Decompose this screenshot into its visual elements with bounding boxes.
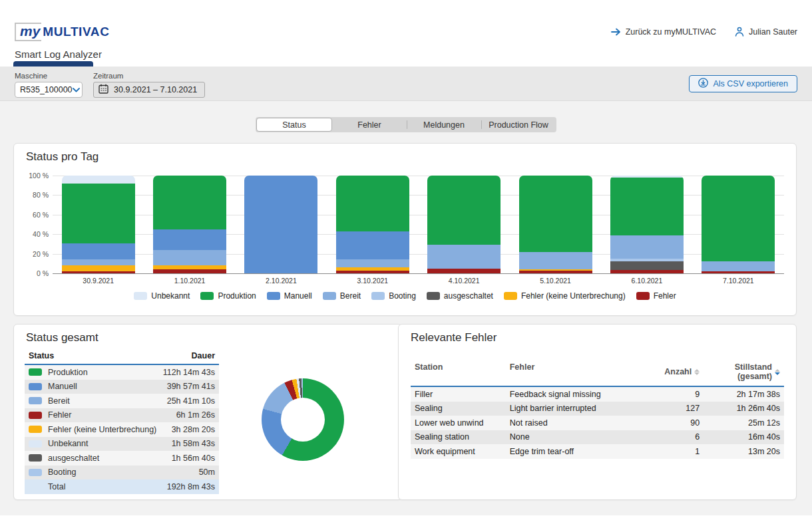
duration-value: 25h 41m 10s: [167, 396, 215, 406]
bar-segment-produktion: [519, 176, 592, 252]
status-color-chip: [29, 412, 42, 419]
x-tick-label: 4.10.2021: [419, 277, 510, 286]
status-color-chip: [29, 454, 42, 462]
legend-item-unbekannt[interactable]: Unbekannt: [134, 291, 190, 301]
stacked-bar[interactable]: [153, 176, 226, 273]
bar-segment-produktion: [336, 176, 409, 231]
bar-slot: [419, 176, 510, 273]
legend-color-chip: [200, 292, 214, 300]
status-label: Manuell: [48, 382, 77, 391]
legend-item-fehler_ku[interactable]: Fehler (keine Unterbrechung): [504, 291, 626, 301]
legend-item-produktion[interactable]: Produktion: [200, 291, 256, 301]
stillstand-cell: 16m 40s: [700, 432, 780, 442]
y-tick-label: 20 %: [33, 250, 49, 258]
tab-production-flow[interactable]: Production Flow: [481, 118, 556, 132]
table-row: Fehler (keine Unterbrechung)3h 28m 20s: [25, 422, 219, 437]
bar-slot: [144, 176, 235, 273]
station-cell: Work equipment: [415, 447, 510, 456]
anzahl-cell: 127: [645, 404, 700, 413]
duration-value: 6h 1m 26s: [176, 410, 215, 420]
station-cell: Sealing station: [415, 432, 510, 442]
tab-fehler[interactable]: Fehler: [332, 118, 407, 132]
status-cell: Produktion: [29, 368, 88, 377]
stacked-bar[interactable]: [427, 176, 501, 273]
user-menu[interactable]: Julian Sauter: [735, 27, 797, 37]
bar-segment-produktion: [62, 184, 135, 243]
table-row: Unbekannt1h 58m 43s: [25, 437, 219, 452]
anzahl-cell: 6: [645, 432, 700, 442]
duration-value: 3h 28m 20s: [172, 425, 215, 434]
column-header-label: Station: [415, 362, 443, 372]
status-cell: Unbekannt: [29, 439, 88, 448]
table-row: FillerFeedback signal missing92h 17m 38s: [411, 387, 784, 402]
table-row: Bereit25h 41m 10s: [25, 394, 219, 408]
stillstand-cell: 2h 17m 38s: [700, 390, 780, 399]
column-header-label: Fehler: [510, 362, 535, 372]
table-row: Lower web unwindNot raised9025m 12s: [411, 416, 784, 430]
bar-segment-manuell: [153, 229, 226, 250]
status-total-table: Status Dauer Produktion112h 14m 43sManue…: [25, 349, 219, 494]
y-tick-label: 40 %: [33, 230, 49, 238]
stacked-bar[interactable]: [62, 176, 135, 273]
stillstand-cell: 13m 20s: [700, 447, 780, 456]
errors-column-header-anzahl[interactable]: Anzahl: [645, 362, 700, 381]
total-label: Total: [48, 482, 65, 491]
stacked-bar[interactable]: [610, 176, 684, 273]
legend-label: Fehler: [654, 291, 676, 301]
calendar-icon: [99, 84, 108, 96]
back-to-mymultivac-link[interactable]: Zurück zu myMULTIVAC: [611, 27, 716, 37]
legend-color-chip: [371, 292, 385, 300]
legend-label: Manuell: [284, 291, 312, 301]
mymultivac-logo[interactable]: my MULTIVAC: [15, 23, 110, 41]
fehler-cell: Edge trim tear-off: [510, 447, 645, 456]
status-donut-chart: [262, 378, 344, 461]
date-range-input[interactable]: 30.9.2021 – 7.10.2021: [93, 82, 205, 98]
tab-meldungen[interactable]: Meldungen: [407, 118, 481, 132]
legend-item-bereit[interactable]: Bereit: [323, 291, 361, 301]
legend-color-chip: [323, 292, 336, 300]
stacked-bar[interactable]: [702, 176, 775, 273]
bar-segment-produktion: [610, 178, 684, 235]
stacked-bar[interactable]: [244, 176, 317, 273]
stacked-bar[interactable]: [336, 176, 409, 273]
fehler-cell: Light barrier interrupted: [510, 404, 645, 413]
back-link-label: Zurück zu myMULTIVAC: [626, 27, 716, 37]
active-tab-underline: [13, 61, 93, 66]
status-per-day-card: Status pro Tag 100 %80 %60 %40 %20 %0 % …: [13, 143, 797, 316]
user-name: Julian Sauter: [749, 27, 797, 37]
machine-select[interactable]: R535_100000: [15, 82, 83, 98]
bar-segment-bereit: [336, 259, 409, 267]
status-per-day-title: Status pro Tag: [26, 150, 99, 164]
x-axis-tick-labels: 30.9.20211.10.20212.10.20213.10.20214.10…: [53, 277, 784, 286]
logo-my-text: my: [15, 23, 41, 41]
stacked-bar[interactable]: [519, 176, 592, 273]
legend-item-ausgeschaltet[interactable]: ausgeschaltet: [427, 291, 493, 301]
legend-item-manuell[interactable]: Manuell: [267, 291, 312, 301]
status-total-row: Total 192h 8m 43s: [25, 479, 219, 494]
machine-select-value: R535_100000: [20, 85, 73, 94]
x-tick-label: 6.10.2021: [601, 277, 692, 286]
stacked-bar-plot: [53, 176, 784, 273]
arrow-right-icon: [611, 28, 621, 36]
legend-color-chip: [267, 292, 280, 300]
tab-status[interactable]: Status: [256, 118, 332, 132]
errors-column-header-fehler: Fehler: [510, 362, 645, 381]
legend-label: Unbekannt: [151, 291, 190, 301]
table-row: Booting50m: [25, 466, 219, 480]
bar-segment-ausgeschaltet: [610, 261, 684, 269]
station-cell: Lower web unwind: [415, 418, 510, 428]
main-content: StatusFehlerMeldungenProduction Flow Sta…: [0, 101, 812, 515]
tab-smart-log-analyzer[interactable]: Smart Log Analyzer: [15, 49, 102, 60]
x-tick-label: 5.10.2021: [510, 277, 601, 286]
app-header: my MULTIVAC Smart Log Analyzer Zurück zu…: [0, 0, 812, 66]
column-header-label: Stillstand (gesamt): [700, 362, 772, 381]
errors-column-header-stillstand-gesamt-[interactable]: Stillstand (gesamt): [700, 362, 780, 381]
legend-item-fehler[interactable]: Fehler: [636, 291, 676, 301]
export-csv-button[interactable]: Als CSV exportieren: [689, 75, 797, 92]
table-row: Fehler6h 1m 26s: [25, 408, 219, 423]
duration-value: 39h 57m 41s: [167, 382, 215, 391]
legend-item-booting[interactable]: Booting: [371, 291, 416, 301]
x-tick-label: 1.10.2021: [144, 277, 235, 286]
bar-segment-bereit: [427, 245, 501, 269]
legend-label: Produktion: [218, 291, 256, 301]
